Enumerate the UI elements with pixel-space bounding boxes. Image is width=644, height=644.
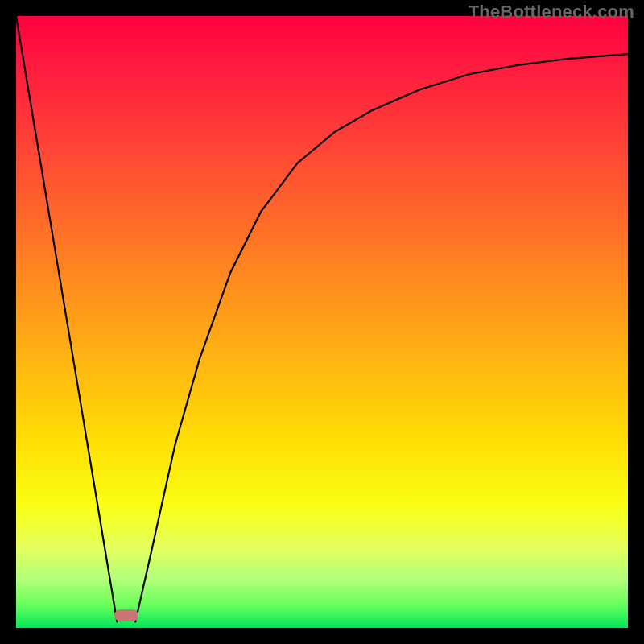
watermark-text: TheBottleneck.com bbox=[469, 2, 634, 23]
curve-right-branch bbox=[135, 54, 628, 621]
chart-curve bbox=[16, 16, 628, 628]
optimum-marker bbox=[114, 609, 138, 621]
chart-plot-area bbox=[16, 16, 628, 628]
curve-left-branch bbox=[16, 16, 117, 621]
